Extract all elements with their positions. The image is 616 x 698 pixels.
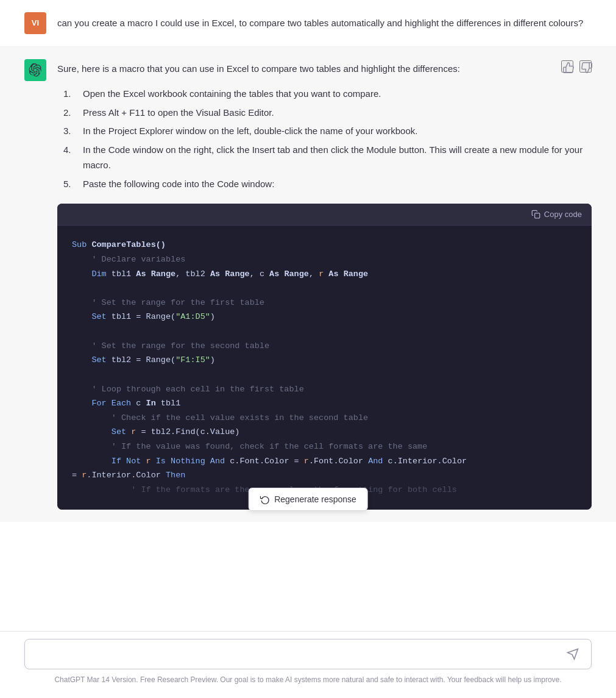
code-block-header: Copy code	[57, 204, 592, 226]
step-2: Press Alt + F11 to open the Visual Basic…	[63, 105, 592, 121]
code-block-wrapper: Copy code Sub CompareTables() ' Declare …	[57, 204, 592, 509]
footer-note: ChatGPT Mar 14 Version. Free Research Pr…	[24, 669, 592, 691]
user-avatar-label: VI	[32, 17, 39, 30]
step-5: Paste the following code into the Code w…	[63, 177, 592, 192]
assistant-avatar	[24, 59, 46, 81]
user-avatar: VI	[24, 12, 46, 34]
code-block: Sub CompareTables() ' Declare variables …	[57, 226, 592, 509]
regenerate-label: Regenerate response	[274, 494, 356, 504]
thumbs-up-icon	[562, 62, 575, 74]
step-1: Open the Excel workbook containing the t…	[63, 87, 592, 102]
code-block-container: Sub CompareTables() ' Declare variables …	[57, 226, 592, 509]
step-3: In the Project Explorer window on the le…	[63, 124, 592, 139]
send-button[interactable]	[564, 646, 581, 663]
assistant-intro: Sure, here is a macro that you can use i…	[57, 62, 592, 77]
regenerate-wrapper: Regenerate response	[248, 488, 368, 511]
user-message-text: can you create a macro I could use in Ex…	[57, 12, 583, 31]
steps-list: Open the Excel workbook containing the t…	[57, 87, 592, 192]
regenerate-icon	[260, 494, 269, 504]
input-area: ChatGPT Mar 14 Version. Free Research Pr…	[0, 631, 616, 698]
step-4-text: In the Code window on the right, click t…	[83, 143, 592, 173]
assistant-content: Sure, here is a macro that you can use i…	[57, 59, 592, 510]
step-1-text: Open the Excel workbook containing the t…	[83, 87, 592, 102]
copy-code-button[interactable]: Copy code	[531, 210, 582, 219]
step-5-text: Paste the following code into the Code w…	[83, 177, 592, 192]
step-4: In the Code window on the right, click t…	[63, 143, 592, 173]
send-icon	[567, 648, 579, 660]
step-3-text: In the Project Explorer window on the le…	[83, 124, 592, 139]
chat-input[interactable]	[35, 649, 564, 659]
thumbs-down-button[interactable]	[579, 60, 592, 73]
assistant-actions	[561, 60, 592, 73]
regenerate-button[interactable]: Regenerate response	[248, 488, 368, 511]
chatgpt-logo-icon	[29, 63, 42, 77]
thumbs-up-button[interactable]	[561, 60, 573, 73]
copy-code-label: Copy code	[544, 210, 582, 219]
chat-container: VI can you create a macro I could use in…	[0, 0, 616, 571]
user-message: VI can you create a macro I could use in…	[0, 0, 616, 47]
copy-icon	[531, 210, 540, 219]
input-wrapper	[24, 639, 592, 669]
step-2-text: Press Alt + F11 to open the Visual Basic…	[83, 105, 592, 121]
assistant-message: Sure, here is a macro that you can use i…	[0, 47, 616, 522]
thumbs-down-icon	[581, 62, 593, 74]
svg-rect-0	[534, 213, 539, 218]
